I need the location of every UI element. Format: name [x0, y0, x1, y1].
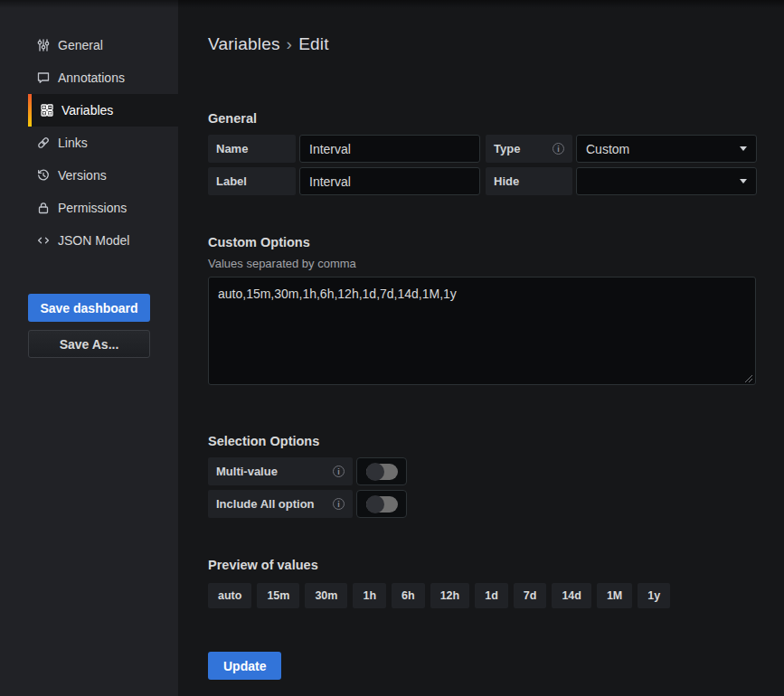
preview-value-chip: 15m — [257, 583, 299, 608]
preview-value-chip: 6h — [392, 583, 425, 608]
label-hide-row: Label Hide — [208, 167, 757, 195]
breadcrumb: Variables›Edit — [208, 34, 757, 54]
multi-value-row: Multi-value i — [208, 457, 757, 485]
general-section: General Name Type i Custom Label — [208, 111, 757, 195]
toggle-track — [366, 496, 398, 513]
dashboard-settings-page: General Annotations — [0, 0, 784, 696]
variable-editor: Variables›Edit General Name Type i Custo… — [178, 0, 784, 696]
preview-title: Preview of values — [208, 558, 757, 572]
lock-icon — [36, 201, 51, 215]
chevron-down-icon — [740, 146, 747, 151]
sidebar-item-label: Versions — [58, 168, 107, 183]
settings-sidebar: General Annotations — [0, 0, 178, 696]
multi-value-label-text: Multi-value — [216, 465, 278, 478]
custom-options-hint: Values separated by comma — [208, 257, 757, 270]
sidebar-item-permissions[interactable]: Permissions — [28, 192, 178, 224]
preview-value-chip: 1M — [597, 583, 632, 608]
sidebar-item-json-model[interactable]: JSON Model — [28, 224, 178, 257]
update-button[interactable]: Update — [208, 652, 281, 680]
custom-options-title: Custom Options — [208, 235, 757, 249]
name-type-row: Name Type i Custom — [208, 135, 757, 163]
sidebar-item-label: JSON Model — [58, 233, 129, 248]
type-select[interactable]: Custom — [576, 135, 757, 163]
sidebar-item-label: Links — [58, 136, 88, 150]
preview-value-chip: 30m — [305, 583, 347, 608]
type-label: Type i — [486, 135, 572, 163]
sidebar-item-variables[interactable]: Variables — [28, 94, 178, 127]
multi-value-label: Multi-value i — [208, 457, 353, 485]
comment-icon — [36, 71, 51, 85]
selection-options-section: Selection Options Multi-value i Include … — [208, 434, 757, 518]
sliders-icon — [36, 38, 51, 52]
link-icon — [36, 136, 51, 150]
include-all-label-text: Include All option — [216, 497, 315, 511]
toggle-track — [366, 464, 398, 480]
label-label: Label — [208, 167, 296, 195]
preview-value-chip: 7d — [514, 583, 547, 608]
breadcrumb-section[interactable]: Variables — [208, 34, 280, 53]
type-info-icon[interactable]: i — [553, 143, 564, 155]
toggle-knob — [366, 495, 384, 513]
hide-label: Hide — [486, 167, 572, 195]
history-icon — [36, 168, 51, 183]
preview-value-chip: 12h — [430, 583, 470, 608]
sidebar-item-label: Variables — [61, 103, 113, 118]
sidebar-item-links[interactable]: Links — [28, 127, 178, 159]
preview-value-chip: 1d — [475, 583, 508, 608]
include-all-toggle[interactable] — [356, 490, 407, 518]
sidebar-item-versions[interactable]: Versions — [28, 159, 178, 192]
include-all-row: Include All option i — [208, 490, 757, 518]
name-input[interactable] — [299, 135, 480, 163]
variables-grid-icon — [40, 103, 54, 118]
code-icon — [36, 233, 51, 248]
multi-value-toggle[interactable] — [356, 457, 407, 485]
name-label: Name — [208, 135, 296, 163]
breadcrumb-separator: › — [287, 34, 293, 53]
preview-value-chip: 1h — [353, 583, 386, 608]
save-as-button[interactable]: Save As... — [28, 330, 150, 358]
sidebar-actions: Save dashboard Save As... — [28, 294, 178, 358]
preview-value-chip: 14d — [552, 583, 591, 608]
sidebar-item-label: Permissions — [58, 201, 127, 215]
sidebar-item-general[interactable]: General — [28, 29, 178, 61]
toggle-knob — [366, 463, 384, 481]
include-all-info-icon[interactable]: i — [333, 498, 345, 510]
chevron-down-icon — [740, 179, 747, 183]
hide-label-text: Hide — [494, 174, 519, 188]
selection-options-title: Selection Options — [208, 434, 757, 448]
multi-value-info-icon[interactable]: i — [333, 466, 345, 477]
sidebar-item-annotations[interactable]: Annotations — [28, 61, 178, 94]
custom-options-section: Custom Options Values separated by comma… — [208, 235, 757, 389]
preview-values: auto 15m 30m 1h 6h 12h 1d 7d 14d 1M 1y — [208, 583, 757, 608]
type-select-value: Custom — [586, 142, 629, 156]
custom-values-textarea[interactable]: auto,15m,30m,1h,6h,12h,1d,7d,14d,1M,1y — [208, 277, 756, 385]
sidebar-item-label: Annotations — [58, 71, 125, 85]
preview-value-chip: 1y — [638, 583, 670, 608]
preview-section: Preview of values auto 15m 30m 1h 6h 12h… — [208, 558, 757, 608]
include-all-label: Include All option i — [208, 490, 353, 518]
hide-select[interactable] — [576, 167, 757, 195]
breadcrumb-page: Edit — [298, 34, 329, 53]
label-input[interactable] — [299, 167, 480, 195]
type-label-text: Type — [494, 142, 520, 155]
preview-value-chip: auto — [208, 583, 251, 608]
sidebar-item-label: General — [58, 38, 103, 52]
save-dashboard-button[interactable]: Save dashboard — [28, 294, 150, 322]
general-section-title: General — [208, 111, 757, 126]
settings-nav: General Annotations — [0, 0, 178, 257]
